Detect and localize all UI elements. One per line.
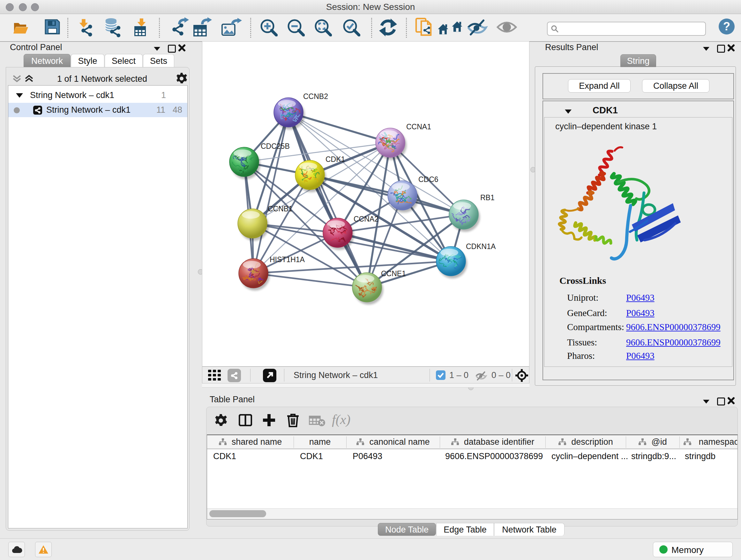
svg-text:HIST1H1A: HIST1H1A [270,255,305,264]
svg-text:CDC6: CDC6 [418,175,439,184]
svg-text:CCNA2: CCNA2 [354,215,379,223]
svg-text:CDKN1A: CDKN1A [466,242,496,251]
svg-text:CCNB2: CCNB2 [303,92,328,101]
svg-text:CDK1: CDK1 [326,155,345,164]
svg-text:CCNA1: CCNA1 [406,123,431,131]
svg-text:RB1: RB1 [480,193,495,202]
svg-text:CCNE1: CCNE1 [381,269,406,278]
svg-text:CCNB1: CCNB1 [268,205,293,213]
svg-text:CDC25B: CDC25B [261,142,290,150]
